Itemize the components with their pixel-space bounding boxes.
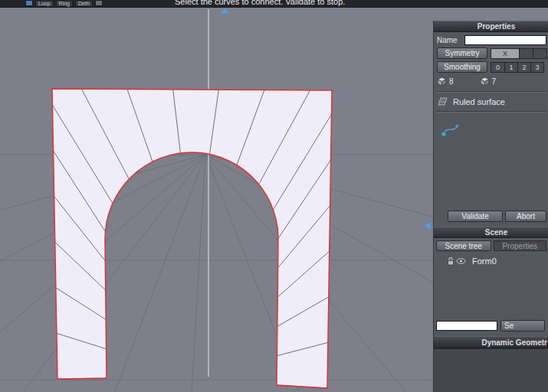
symmetry-button[interactable]: Symmetry	[437, 47, 487, 59]
toolbar-button-ring[interactable]: Ring	[56, 0, 73, 7]
active-tool-row: Ruled surface	[437, 96, 546, 106]
scene-title: Scene	[485, 228, 507, 237]
selection-mode-icon[interactable]	[25, 0, 33, 6]
symmetry-toggle-3[interactable]	[533, 49, 546, 58]
status-message: Select the curves to connect. Validate t…	[175, 0, 345, 6]
name-label: Name	[437, 36, 464, 44]
grid-icon[interactable]	[95, 0, 103, 6]
smoothing-level-1[interactable]: 1	[504, 63, 517, 72]
scene-item-label: Form0	[472, 256, 497, 266]
face-count: 7	[492, 77, 497, 86]
tab-scene-tree[interactable]: Scene tree	[436, 240, 491, 251]
curve-preview	[440, 121, 546, 142]
scene-header: Scene	[434, 227, 548, 238]
cube-icon	[480, 77, 490, 87]
scene-filter-input[interactable]	[436, 321, 497, 331]
top-toolbar: Loop Ring Deth Select the curves to conn…	[0, 0, 548, 8]
vertex-count: 8	[449, 77, 454, 86]
actions-row: Validate Abort	[448, 211, 546, 222]
dynamic-geometry-header: Dynamic Geometr	[434, 336, 548, 348]
dynamic-geometry-title: Dynamic Geometr	[481, 338, 547, 347]
smoothing-row: Smoothing 0 1 2 3	[437, 61, 546, 73]
geometry-counts-row: 8 7	[437, 77, 546, 87]
smoothing-level-3[interactable]: 3	[530, 63, 543, 72]
active-tool-name: Ruled surface	[453, 97, 505, 106]
selection-tools: Loop Ring Deth	[25, 0, 103, 7]
toolbar-button-deth[interactable]: Deth	[75, 0, 93, 7]
dynamic-geometry-body	[434, 348, 548, 392]
spacer	[437, 142, 546, 211]
lock-icon[interactable]	[447, 256, 454, 266]
cube-icon	[437, 77, 447, 87]
divider	[437, 111, 546, 113]
scene-tree-item[interactable]: Form0	[447, 256, 546, 266]
ruled-surface-icon	[437, 96, 448, 106]
symmetry-segments: X	[491, 48, 547, 59]
eye-icon[interactable]	[456, 257, 466, 265]
abort-button[interactable]: Abort	[505, 211, 546, 222]
scene-tabs: Scene tree Properties	[436, 240, 546, 251]
scene-filter-row: Se	[436, 320, 546, 332]
collapse-top-arrow-icon[interactable]	[220, 8, 229, 13]
validate-button[interactable]: Validate	[448, 211, 503, 222]
spacer	[436, 266, 546, 320]
smoothing-button[interactable]: Smoothing	[437, 61, 487, 73]
symmetry-row: Symmetry X	[437, 47, 546, 59]
collapse-panel-arrow-icon[interactable]	[425, 222, 431, 230]
divider	[437, 91, 546, 93]
toolbar-button-loop[interactable]: Loop	[35, 0, 54, 7]
name-input[interactable]	[464, 35, 546, 45]
smoothing-level-0[interactable]: 0	[491, 63, 504, 72]
name-row: Name	[437, 35, 546, 45]
right-panel: Properties Name Symmetry X Smoothing 0 1…	[433, 21, 548, 392]
scene-body: Scene tree Properties Form0 Se	[434, 238, 548, 336]
symmetry-toggle-2[interactable]	[519, 49, 533, 58]
smoothing-segments: 0 1 2 3	[491, 62, 544, 73]
properties-body: Name Symmetry X Smoothing 0 1 2 3	[434, 32, 548, 227]
tab-properties[interactable]: Properties	[494, 240, 547, 251]
properties-header: Properties	[434, 21, 548, 32]
select-button[interactable]: Se	[500, 320, 545, 332]
curve-icon	[440, 121, 461, 139]
symmetry-x-toggle[interactable]: X	[491, 49, 519, 58]
smoothing-level-2[interactable]: 2	[517, 63, 530, 72]
properties-title: Properties	[477, 22, 515, 31]
